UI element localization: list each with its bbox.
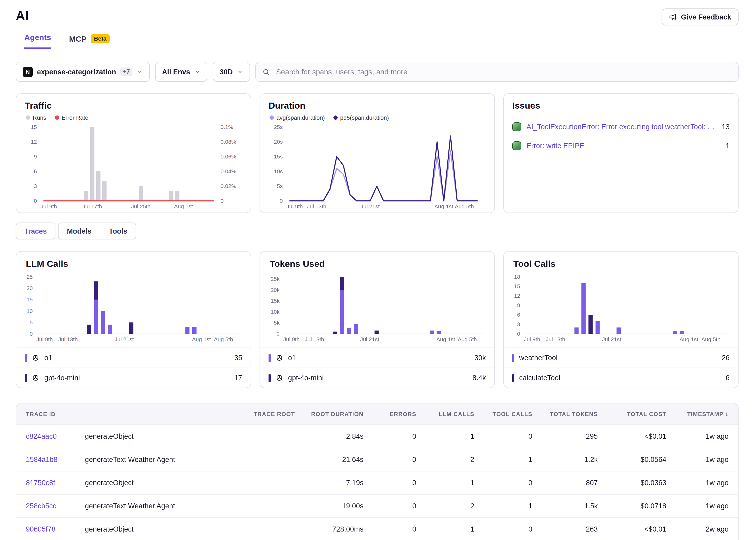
legend-swatch [25,353,27,362]
cell-tool-calls: 1 [474,456,532,464]
column-header-label: Total Tokens [550,411,598,417]
column-header[interactable]: Total Cost [598,411,666,417]
sort-desc-icon: ↓ [725,410,729,418]
svg-text:0: 0 [34,198,37,204]
legend-row[interactable]: calculateTool 6 [504,367,738,388]
issue-level-icon [512,122,521,131]
legend-dot [26,115,30,120]
cell-trace-root: generateObject [85,432,295,440]
main-tabs: Agents MCP Beta [0,33,756,49]
column-header[interactable]: Trace ID [26,411,85,417]
search-icon [262,68,270,76]
svg-text:15: 15 [514,283,520,289]
project-extra-count: +7 [120,68,132,76]
give-feedback-button[interactable]: Give Feedback [661,8,739,25]
svg-text:0.08%: 0.08% [221,139,236,145]
cell-llm-calls: 1 [416,432,474,440]
svg-text:0: 0 [517,331,520,337]
chevron-down-icon [237,68,243,75]
legend-row[interactable]: o1 30k [260,347,494,367]
cell-errors: 0 [364,525,416,533]
cell-total-cost: $0.0363 [598,479,666,487]
llm-calls-legend: o1 35 gpt-4o-mini 17 [16,347,250,388]
tab-agents-label: Agents [24,33,51,42]
trace-id-link[interactable]: c824aac0 [26,432,57,440]
trace-id-link[interactable]: 90605f78 [26,525,56,533]
tool-calls-legend: weatherTool 26 calculateTool 6 [504,347,738,388]
column-header[interactable]: Errors [364,411,416,417]
column-header-label: Root Duration [311,411,364,417]
trace-id-link[interactable]: 258cb5cc [26,502,57,510]
cell-total-cost: <$0.01 [598,432,666,440]
tab-traces[interactable]: Traces [16,222,56,239]
issues-list: AI_ToolExecutionError: Error executing t… [512,117,730,155]
cell-llm-calls: 2 [416,502,474,510]
cell-total-cost: $0.0718 [598,502,666,510]
tab-agents[interactable]: Agents [24,33,51,49]
svg-text:Jul 13th: Jul 13th [305,336,324,342]
svg-text:15k: 15k [271,298,280,304]
tab-tools[interactable]: Tools [100,223,136,239]
column-header[interactable]: Root Duration [295,411,364,417]
timestamp-link[interactable]: 1w ago [706,432,729,440]
svg-text:Jul 9th: Jul 9th [41,203,57,209]
filter-bar: N expense-categorization +7 All Envs 30D [0,62,756,82]
column-header[interactable]: Tool Calls [474,411,532,417]
timestamp-link[interactable]: 2w ago [706,525,729,533]
issue-link[interactable]: AI_ToolExecutionError: Error executing t… [527,123,716,131]
svg-text:25: 25 [27,274,33,280]
project-icon: N [23,67,33,77]
search-input[interactable] [275,67,732,76]
timestamp-link[interactable]: 1w ago [706,479,729,487]
column-header[interactable]: Timestamp↓ [666,410,729,418]
trace-id-link[interactable]: 81750c8f [26,479,55,487]
column-header[interactable]: Trace Root [85,411,295,417]
cell-errors: 0 [364,432,416,440]
legend-dot [55,115,59,120]
llm-calls-title: LLM Calls [26,259,241,269]
legend-label: Error Rate [62,114,88,121]
svg-text:0.04%: 0.04% [221,168,236,174]
tab-models[interactable]: Models [59,223,100,239]
legend-name: o1 [44,354,52,362]
openai-icon [275,374,283,382]
cell-trace-root: generateObject [85,525,295,533]
issue-count: 1 [726,142,730,150]
legend-row[interactable]: o1 35 [16,347,250,367]
timestamp-link[interactable]: 1w ago [706,502,729,510]
column-header[interactable]: LLM Calls [416,411,474,417]
chevron-down-icon [195,68,201,75]
trace-id-link[interactable]: 1584a1b8 [26,456,58,464]
cell-llm-calls: 2 [416,456,474,464]
traces-table-body: c824aac0 generateObject 2.84s 0 1 0 295 … [16,425,738,540]
svg-text:Aug 1st: Aug 1st [436,336,455,342]
beta-badge: Beta [91,34,110,43]
issue-link[interactable]: Error: write EPIPE [527,142,720,150]
column-header[interactable]: Total Tokens [532,411,598,417]
cell-root-duration: 728.00ms [295,525,364,533]
timestamp-link[interactable]: 1w ago [706,456,729,464]
svg-text:Jul 9th: Jul 9th [524,336,540,342]
legend-value: 17 [234,374,242,382]
legend-dot [270,115,274,120]
duration-card: Duration avg(span.duration) p95(span.dur… [259,93,495,213]
legend-row[interactable]: gpt-4o-mini 17 [16,367,250,388]
cell-trace-root: generateText Weather Agent [85,456,295,464]
legend-label: avg(span.duration) [276,114,325,121]
date-range-selector[interactable]: 30D [213,62,250,82]
project-selector[interactable]: N expense-categorization +7 [16,62,150,82]
svg-text:18: 18 [514,274,520,280]
tab-mcp[interactable]: MCP Beta [69,34,110,49]
legend-name: gpt-4o-mini [288,374,324,382]
environment-selector[interactable]: All Envs [155,62,208,82]
svg-text:6: 6 [517,312,520,318]
legend-dot [333,115,337,120]
openai-icon [275,354,283,362]
legend-row[interactable]: gpt-4o-mini 8.4k [260,367,494,388]
cell-trace-root: generateText Weather Agent [85,502,295,510]
traffic-card: Traffic Runs Error Rate 0369121500.02%0.… [16,93,251,213]
legend-label: p95(span.duration) [340,114,389,121]
legend-row[interactable]: weatherTool 26 [504,347,738,367]
metric-cards: LLM Calls 0510152025Jul 9thJul 13thJul 2… [0,251,756,388]
view-switcher-group: Models Tools [58,222,136,239]
